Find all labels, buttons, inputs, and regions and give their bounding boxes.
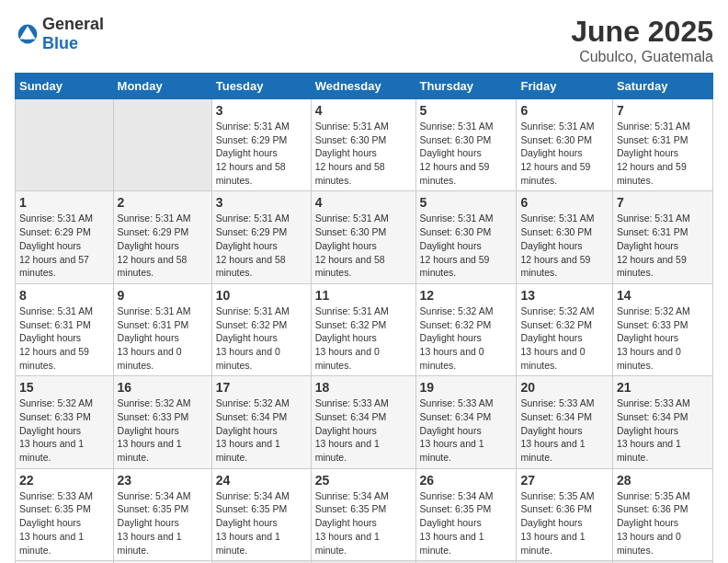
header-saturday: Saturday	[612, 74, 712, 99]
logo-text-blue: Blue	[42, 34, 78, 52]
day-number: 26	[420, 473, 513, 488]
calendar-cell: 13Sunrise: 5:32 AMSunset: 6:32 PMDayligh…	[517, 283, 612, 375]
header-wednesday: Wednesday	[311, 74, 415, 99]
calendar-cell: 11Sunrise: 5:31 AMSunset: 6:32 PMDayligh…	[311, 283, 415, 375]
header-thursday: Thursday	[415, 74, 517, 99]
day-info: Sunrise: 5:31 AMSunset: 6:30 PMDaylight …	[420, 212, 513, 279]
calendar-cell: 6Sunrise: 5:31 AMSunset: 6:30 PMDaylight…	[517, 191, 612, 283]
header-tuesday: Tuesday	[211, 74, 311, 99]
day-number: 3	[216, 103, 307, 118]
day-number: 24	[216, 473, 307, 488]
day-number: 7	[617, 103, 709, 118]
calendar-cell	[16, 99, 114, 191]
day-info: Sunrise: 5:33 AMSunset: 6:34 PMDaylight …	[420, 396, 513, 464]
day-number: 22	[19, 473, 109, 488]
header-monday: Monday	[113, 74, 211, 99]
day-info: Sunrise: 5:34 AMSunset: 6:35 PMDaylight …	[118, 489, 208, 557]
calendar-cell: 10Sunrise: 5:31 AMSunset: 6:32 PMDayligh…	[211, 283, 311, 375]
day-number: 16	[118, 380, 208, 395]
logo-text-general: General	[42, 15, 104, 33]
calendar-cell: 12Sunrise: 5:32 AMSunset: 6:32 PMDayligh…	[415, 283, 517, 375]
calendar-week-row: 1Sunrise: 5:31 AMSunset: 6:29 PMDaylight…	[16, 191, 713, 283]
logo-icon	[17, 23, 39, 45]
calendar-cell: 7Sunrise: 5:31 AMSunset: 6:31 PMDaylight…	[612, 99, 712, 191]
day-number: 1	[19, 195, 109, 210]
title-area: June 2025 Cubulco, Guatemala	[571, 15, 713, 65]
day-info: Sunrise: 5:31 AMSunset: 6:29 PMDaylight …	[19, 212, 109, 279]
day-info: Sunrise: 5:31 AMSunset: 6:31 PMDaylight …	[19, 304, 109, 372]
month-title: June 2025	[571, 15, 713, 49]
day-number: 19	[420, 380, 513, 395]
calendar-cell: 16Sunrise: 5:32 AMSunset: 6:33 PMDayligh…	[113, 376, 211, 468]
day-info: Sunrise: 5:32 AMSunset: 6:32 PMDaylight …	[420, 304, 513, 372]
calendar-week-row: 8Sunrise: 5:31 AMSunset: 6:31 PMDaylight…	[16, 283, 713, 375]
calendar-cell: 7Sunrise: 5:31 AMSunset: 6:31 PMDaylight…	[612, 191, 712, 283]
calendar-cell: 23Sunrise: 5:34 AMSunset: 6:35 PMDayligh…	[113, 468, 211, 560]
day-info: Sunrise: 5:31 AMSunset: 6:30 PMDaylight …	[315, 120, 412, 187]
day-info: Sunrise: 5:31 AMSunset: 6:29 PMDaylight …	[216, 120, 307, 187]
day-number: 3	[216, 195, 307, 210]
calendar-cell: 26Sunrise: 5:34 AMSunset: 6:35 PMDayligh…	[415, 468, 517, 560]
calendar-cell: 22Sunrise: 5:33 AMSunset: 6:35 PMDayligh…	[16, 468, 114, 560]
day-number: 6	[520, 103, 608, 118]
day-info: Sunrise: 5:33 AMSunset: 6:35 PMDaylight …	[19, 489, 109, 557]
day-number: 21	[617, 380, 709, 395]
day-info: Sunrise: 5:33 AMSunset: 6:34 PMDaylight …	[520, 396, 608, 464]
day-info: Sunrise: 5:32 AMSunset: 6:33 PMDaylight …	[617, 304, 709, 372]
day-number: 28	[617, 473, 709, 488]
day-info: Sunrise: 5:35 AMSunset: 6:36 PMDaylight …	[617, 489, 709, 557]
day-info: Sunrise: 5:32 AMSunset: 6:33 PMDaylight …	[19, 396, 109, 464]
day-info: Sunrise: 5:35 AMSunset: 6:36 PMDaylight …	[520, 489, 608, 557]
day-info: Sunrise: 5:34 AMSunset: 6:35 PMDaylight …	[420, 489, 513, 557]
day-info: Sunrise: 5:31 AMSunset: 6:29 PMDaylight …	[118, 212, 208, 279]
day-info: Sunrise: 5:31 AMSunset: 6:30 PMDaylight …	[315, 212, 412, 279]
calendar-cell: 3Sunrise: 5:31 AMSunset: 6:29 PMDaylight…	[211, 191, 311, 283]
calendar-cell: 9Sunrise: 5:31 AMSunset: 6:31 PMDaylight…	[113, 283, 211, 375]
calendar-cell: 8Sunrise: 5:31 AMSunset: 6:31 PMDaylight…	[16, 283, 114, 375]
day-number: 25	[315, 473, 412, 488]
header-sunday: Sunday	[16, 74, 114, 99]
day-info: Sunrise: 5:32 AMSunset: 6:33 PMDaylight …	[118, 396, 208, 464]
day-number: 5	[420, 103, 513, 118]
calendar-cell: 21Sunrise: 5:33 AMSunset: 6:34 PMDayligh…	[612, 376, 712, 468]
day-info: Sunrise: 5:33 AMSunset: 6:34 PMDaylight …	[315, 396, 412, 464]
calendar-cell	[113, 99, 211, 191]
calendar-cell: 5Sunrise: 5:31 AMSunset: 6:30 PMDaylight…	[415, 191, 517, 283]
weekday-header-row: Sunday Monday Tuesday Wednesday Thursday…	[16, 74, 713, 99]
day-number: 27	[520, 473, 608, 488]
day-info: Sunrise: 5:31 AMSunset: 6:31 PMDaylight …	[617, 120, 709, 187]
day-number: 23	[118, 473, 208, 488]
calendar-cell: 28Sunrise: 5:35 AMSunset: 6:36 PMDayligh…	[612, 468, 712, 560]
header-friday: Friday	[517, 74, 612, 99]
day-number: 7	[617, 195, 709, 210]
calendar-cell: 2Sunrise: 5:31 AMSunset: 6:29 PMDaylight…	[113, 191, 211, 283]
calendar-cell: 18Sunrise: 5:33 AMSunset: 6:34 PMDayligh…	[311, 376, 415, 468]
calendar-cell: 19Sunrise: 5:33 AMSunset: 6:34 PMDayligh…	[415, 376, 517, 468]
day-number: 17	[216, 380, 307, 395]
calendar-cell: 17Sunrise: 5:32 AMSunset: 6:34 PMDayligh…	[211, 376, 311, 468]
day-info: Sunrise: 5:31 AMSunset: 6:30 PMDaylight …	[420, 120, 513, 187]
day-number: 6	[520, 195, 608, 210]
calendar-cell: 15Sunrise: 5:32 AMSunset: 6:33 PMDayligh…	[16, 376, 114, 468]
calendar-cell: 3Sunrise: 5:31 AMSunset: 6:29 PMDaylight…	[211, 99, 311, 191]
day-number: 8	[19, 288, 109, 303]
calendar-cell: 1Sunrise: 5:31 AMSunset: 6:29 PMDaylight…	[16, 191, 114, 283]
day-info: Sunrise: 5:32 AMSunset: 6:34 PMDaylight …	[216, 396, 307, 464]
calendar-table: Sunday Monday Tuesday Wednesday Thursday…	[15, 73, 713, 563]
calendar-cell: 4Sunrise: 5:31 AMSunset: 6:30 PMDaylight…	[311, 191, 415, 283]
day-number: 10	[216, 288, 307, 303]
day-number: 4	[315, 103, 412, 118]
day-number: 20	[520, 380, 608, 395]
day-number: 5	[420, 195, 513, 210]
day-number: 11	[315, 288, 412, 303]
day-number: 14	[617, 288, 709, 303]
day-number: 13	[520, 288, 608, 303]
day-info: Sunrise: 5:34 AMSunset: 6:35 PMDaylight …	[315, 489, 412, 557]
day-number: 15	[19, 380, 109, 395]
calendar-cell: 24Sunrise: 5:34 AMSunset: 6:35 PMDayligh…	[211, 468, 311, 560]
location-title: Cubulco, Guatemala	[571, 49, 713, 65]
day-info: Sunrise: 5:34 AMSunset: 6:35 PMDaylight …	[216, 489, 307, 557]
day-info: Sunrise: 5:31 AMSunset: 6:29 PMDaylight …	[216, 212, 307, 279]
calendar-cell: 25Sunrise: 5:34 AMSunset: 6:35 PMDayligh…	[311, 468, 415, 560]
day-number: 9	[118, 288, 208, 303]
